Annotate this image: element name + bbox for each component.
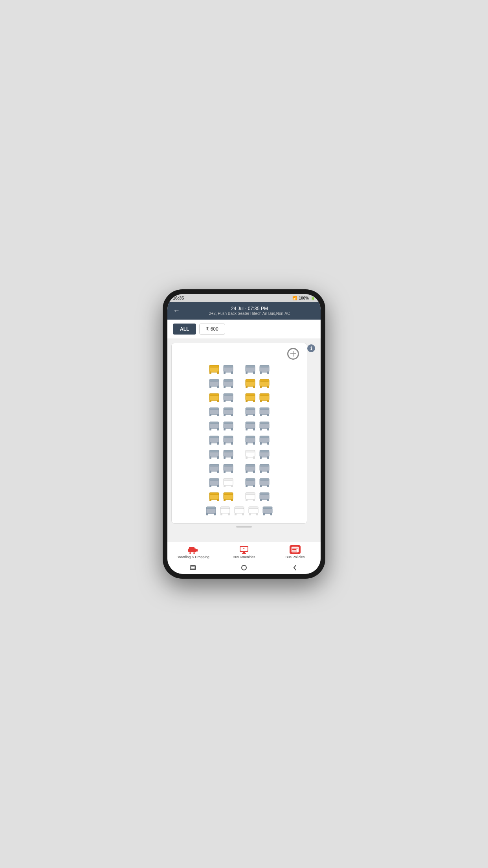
back-button[interactable]: ← <box>173 307 180 315</box>
seat-r5c3[interactable] <box>244 419 257 432</box>
seat-r6c4[interactable] <box>258 434 271 446</box>
svg-rect-134 <box>224 485 226 487</box>
seat-r11c1[interactable] <box>205 504 217 517</box>
seat-r11c3[interactable] <box>233 504 246 517</box>
seat-map-container[interactable]: ℹ <box>167 339 321 542</box>
svg-rect-79 <box>267 428 269 430</box>
seat-r10c1[interactable] <box>208 490 220 503</box>
seat-r1c2[interactable] <box>222 363 235 375</box>
svg-rect-59 <box>253 414 255 416</box>
android-home-button[interactable] <box>240 564 248 572</box>
seat-r4c4[interactable] <box>258 405 271 418</box>
svg-rect-99 <box>217 456 219 459</box>
svg-rect-33 <box>209 394 219 395</box>
seat-r7c2[interactable] <box>222 448 235 460</box>
android-back-button[interactable] <box>291 564 299 572</box>
svg-rect-102 <box>224 456 226 459</box>
svg-rect-109 <box>260 450 269 452</box>
svg-rect-171 <box>242 513 244 515</box>
seat-r8c1[interactable] <box>208 462 220 474</box>
svg-rect-169 <box>235 507 244 509</box>
seat-r3c3[interactable] <box>244 391 257 404</box>
nav-item-policies[interactable]: Bus Policies <box>270 542 321 561</box>
svg-rect-126 <box>260 471 262 473</box>
seat-row-2 <box>176 377 303 390</box>
seat-r3c1[interactable] <box>208 391 220 404</box>
seat-r3c2[interactable] <box>222 391 235 404</box>
seat-r9c3[interactable] <box>244 476 257 489</box>
seat-r9c1[interactable] <box>208 476 220 489</box>
svg-rect-42 <box>246 400 248 402</box>
info-icon[interactable]: ℹ <box>307 344 315 352</box>
seat-r7c3[interactable] <box>244 448 257 460</box>
svg-rect-119 <box>231 471 233 473</box>
svg-rect-191 <box>292 548 298 548</box>
svg-rect-54 <box>224 414 226 416</box>
seat-r6c2[interactable] <box>222 434 235 446</box>
seat-r1c1[interactable] <box>208 363 220 375</box>
svg-rect-15 <box>267 371 269 374</box>
android-recent-button[interactable] <box>189 564 197 572</box>
all-filter-button[interactable]: ALL <box>173 324 196 335</box>
seat-r5c4[interactable] <box>258 419 271 432</box>
svg-rect-133 <box>224 478 233 480</box>
seat-r5c1[interactable] <box>208 419 220 432</box>
seat-r2c3[interactable] <box>244 377 257 390</box>
steering-wheel <box>287 348 299 360</box>
seat-row-8 <box>176 462 303 474</box>
seat-r1c3[interactable] <box>244 363 257 375</box>
seat-r6c1[interactable] <box>208 434 220 446</box>
svg-rect-6 <box>224 371 226 374</box>
svg-rect-149 <box>224 493 233 495</box>
seat-r5c2[interactable] <box>222 419 235 432</box>
seat-r6c3[interactable] <box>244 434 257 446</box>
policies-icon <box>290 545 301 554</box>
header-text: 24 Jul - 07:35 PM 2+2, Push Back Seater … <box>184 306 315 316</box>
svg-rect-73 <box>246 422 255 424</box>
seat-r4c2[interactable] <box>222 405 235 418</box>
seat-r9c2[interactable] <box>222 476 235 489</box>
svg-rect-74 <box>246 428 248 430</box>
seat-r8c4[interactable] <box>258 462 271 474</box>
seat-r11c4[interactable] <box>247 504 260 517</box>
svg-rect-106 <box>246 456 248 459</box>
svg-rect-137 <box>246 478 255 480</box>
seat-r10c4[interactable] <box>258 490 271 503</box>
svg-rect-91 <box>253 442 255 445</box>
seat-r4c1[interactable] <box>208 405 220 418</box>
seat-r8c3[interactable] <box>244 462 257 474</box>
seat-r10c2[interactable] <box>222 490 235 503</box>
svg-rect-153 <box>246 493 255 495</box>
seat-r7c1[interactable] <box>208 448 220 460</box>
svg-rect-34 <box>209 400 211 402</box>
svg-rect-35 <box>217 400 219 402</box>
svg-rect-147 <box>217 499 219 501</box>
seat-r3c4[interactable] <box>258 391 271 404</box>
seat-r7c4[interactable] <box>258 448 271 460</box>
seat-r11c5[interactable] <box>261 504 274 517</box>
svg-rect-167 <box>228 513 230 515</box>
svg-rect-141 <box>260 478 269 480</box>
seat-r2c4[interactable] <box>258 377 271 390</box>
svg-rect-115 <box>217 471 219 473</box>
svg-rect-47 <box>267 400 269 402</box>
seat-r8c2[interactable] <box>222 462 235 474</box>
nav-item-amenities[interactable]: Bus Amenities <box>218 542 270 561</box>
seat-r1c4[interactable] <box>258 363 271 375</box>
svg-rect-154 <box>246 499 248 501</box>
svg-rect-61 <box>260 408 269 410</box>
seat-r9c4[interactable] <box>258 476 271 489</box>
svg-rect-165 <box>220 507 230 509</box>
seat-r10c3[interactable] <box>244 490 257 503</box>
price-filter-button[interactable]: ₹ 600 <box>199 324 225 335</box>
seat-r11c2[interactable] <box>219 504 231 517</box>
svg-rect-161 <box>206 507 216 509</box>
svg-rect-51 <box>217 414 219 416</box>
svg-point-183 <box>193 552 195 554</box>
phone-screen: 16:35 📶 100% 🔋 ← 24 Jul - 07:35 PM 2+2, … <box>167 294 321 574</box>
svg-rect-127 <box>267 471 269 473</box>
nav-item-boarding[interactable]: Boarding & Dropping <box>167 542 218 561</box>
seat-r4c3[interactable] <box>244 405 257 418</box>
seat-r2c2[interactable] <box>222 377 235 390</box>
seat-r2c1[interactable] <box>208 377 220 390</box>
